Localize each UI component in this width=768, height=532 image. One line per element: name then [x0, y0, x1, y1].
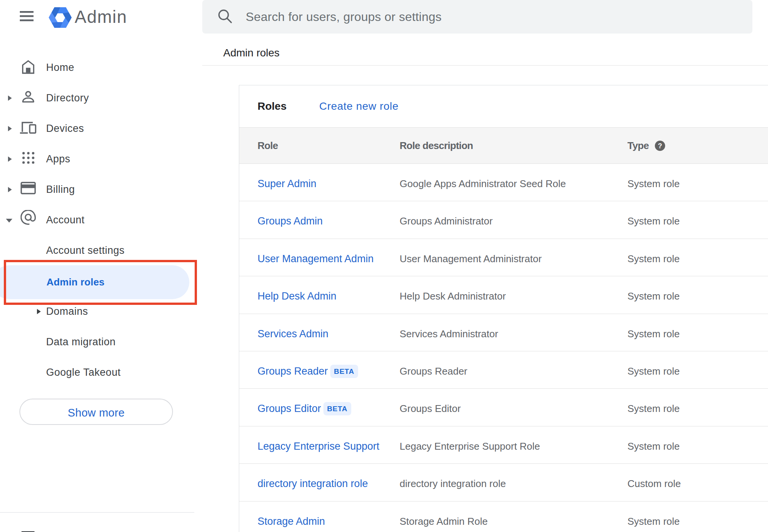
svg-text:?: ? — [658, 142, 662, 150]
